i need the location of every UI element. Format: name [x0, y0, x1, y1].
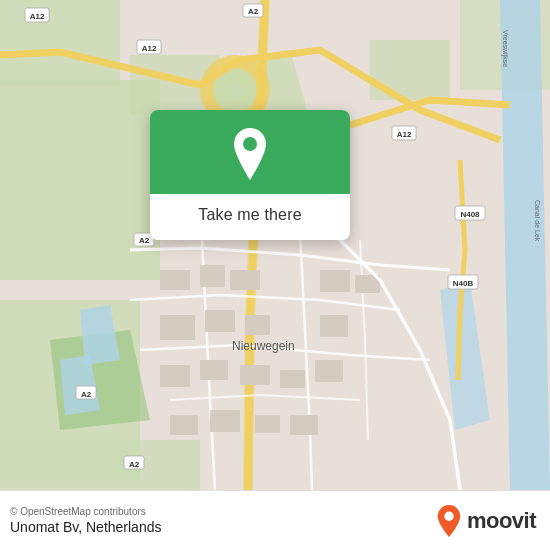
svg-text:Vreeswijkse: Vreeswijkse — [501, 30, 509, 67]
svg-text:A2: A2 — [248, 7, 259, 16]
svg-text:N408: N408 — [460, 210, 480, 219]
svg-rect-25 — [320, 315, 348, 337]
svg-rect-21 — [205, 310, 235, 332]
svg-rect-28 — [240, 365, 270, 385]
svg-rect-17 — [160, 270, 190, 290]
svg-text:A2: A2 — [129, 460, 140, 469]
svg-point-56 — [243, 137, 257, 151]
svg-text:Nieuwegein: Nieuwegein — [232, 339, 295, 353]
svg-text:A12: A12 — [30, 12, 45, 21]
bottom-bar: © OpenStreetMap contributors Unomat Bv, … — [0, 490, 550, 550]
svg-rect-23 — [320, 270, 350, 292]
svg-text:A2: A2 — [139, 236, 150, 245]
location-name: Unomat Bv, Netherlands — [10, 519, 161, 535]
svg-rect-18 — [200, 265, 225, 287]
copyright-text: © OpenStreetMap contributors — [10, 506, 161, 517]
svg-point-16 — [225, 80, 245, 100]
take-me-there-button[interactable]: Take me there — [198, 204, 301, 226]
svg-rect-20 — [160, 315, 195, 340]
svg-rect-9 — [0, 440, 200, 490]
bottom-left-info: © OpenStreetMap contributors Unomat Bv, … — [10, 506, 161, 535]
svg-rect-32 — [210, 410, 240, 432]
svg-rect-27 — [200, 360, 228, 380]
svg-text:A2: A2 — [81, 390, 92, 399]
svg-rect-30 — [315, 360, 343, 382]
location-pin-icon — [228, 128, 272, 180]
svg-rect-26 — [160, 365, 190, 387]
svg-rect-34 — [290, 415, 318, 435]
map-container: Nieuwegein A12 A2 A12 A12 N408 N40B A2 A… — [0, 0, 550, 490]
popup-button-area: Take me there — [150, 194, 350, 240]
svg-text:A12: A12 — [397, 130, 412, 139]
moovit-brand-text: moovit — [467, 508, 536, 534]
map-svg: Nieuwegein A12 A2 A12 A12 N408 N40B A2 A… — [0, 0, 550, 490]
svg-rect-31 — [170, 415, 198, 435]
svg-text:Canal de Lek: Canal de Lek — [534, 200, 541, 242]
svg-text:N40B: N40B — [453, 279, 474, 288]
popup-green-header — [150, 110, 350, 194]
svg-rect-2 — [0, 0, 120, 85]
moovit-logo: moovit — [435, 505, 536, 537]
svg-point-57 — [444, 511, 453, 520]
popup-card: Take me there — [150, 110, 350, 240]
svg-rect-22 — [245, 315, 270, 335]
svg-rect-29 — [280, 370, 305, 388]
svg-rect-19 — [230, 270, 260, 290]
svg-rect-33 — [255, 415, 280, 433]
svg-text:A12: A12 — [142, 44, 157, 53]
moovit-pin-icon — [435, 505, 463, 537]
